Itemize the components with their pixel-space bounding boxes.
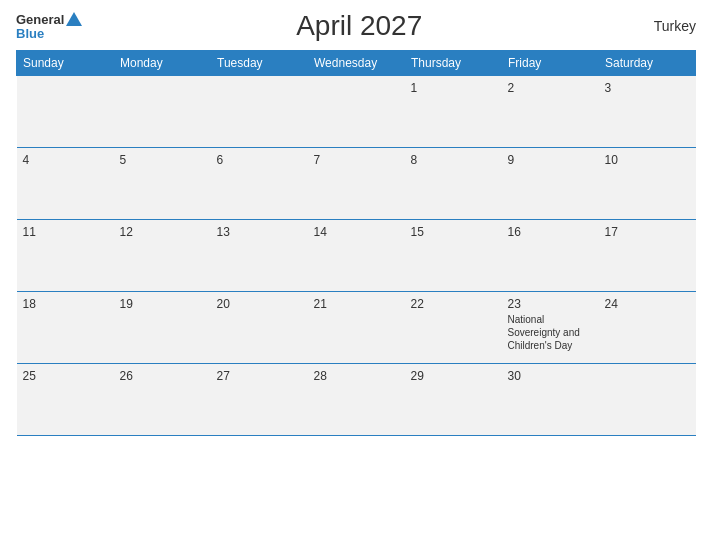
calendar-cell: 4	[17, 148, 114, 220]
calendar-cell: 17	[599, 220, 696, 292]
calendar-cell: 15	[405, 220, 502, 292]
calendar-cell: 26	[114, 364, 211, 436]
logo-blue-text: Blue	[16, 27, 82, 40]
day-number: 22	[411, 297, 496, 311]
day-number: 9	[508, 153, 593, 167]
calendar-title: April 2027	[82, 10, 636, 42]
calendar-cell: 7	[308, 148, 405, 220]
day-number: 13	[217, 225, 302, 239]
calendar-cell: 8	[405, 148, 502, 220]
calendar-week-row: 252627282930	[17, 364, 696, 436]
calendar-cell: 30	[502, 364, 599, 436]
calendar-cell: 27	[211, 364, 308, 436]
day-number: 2	[508, 81, 593, 95]
header-friday: Friday	[502, 51, 599, 76]
logo-general-text: General	[16, 13, 64, 26]
calendar-week-row: 181920212223National Sovereignty and Chi…	[17, 292, 696, 364]
calendar-cell: 10	[599, 148, 696, 220]
calendar-cell: 25	[17, 364, 114, 436]
calendar-table: Sunday Monday Tuesday Wednesday Thursday…	[16, 50, 696, 436]
day-number: 19	[120, 297, 205, 311]
calendar-cell: 9	[502, 148, 599, 220]
day-number: 4	[23, 153, 108, 167]
day-number: 21	[314, 297, 399, 311]
day-number: 16	[508, 225, 593, 239]
day-number: 20	[217, 297, 302, 311]
calendar-cell: 1	[405, 76, 502, 148]
calendar-cell	[599, 364, 696, 436]
calendar-cell	[308, 76, 405, 148]
calendar-week-row: 123	[17, 76, 696, 148]
calendar-cell: 3	[599, 76, 696, 148]
calendar-cell: 12	[114, 220, 211, 292]
day-number: 3	[605, 81, 690, 95]
calendar-cell	[211, 76, 308, 148]
calendar-cell: 5	[114, 148, 211, 220]
header: General Blue April 2027 Turkey	[16, 10, 696, 42]
calendar-cell: 19	[114, 292, 211, 364]
day-number: 1	[411, 81, 496, 95]
calendar-cell: 6	[211, 148, 308, 220]
day-number: 28	[314, 369, 399, 383]
calendar-cell	[114, 76, 211, 148]
country-label: Turkey	[636, 18, 696, 34]
calendar-cell: 28	[308, 364, 405, 436]
day-number: 17	[605, 225, 690, 239]
header-saturday: Saturday	[599, 51, 696, 76]
day-number: 6	[217, 153, 302, 167]
day-number: 18	[23, 297, 108, 311]
logo-triangle-icon	[66, 12, 82, 26]
day-number: 14	[314, 225, 399, 239]
calendar-cell: 29	[405, 364, 502, 436]
calendar-cell: 11	[17, 220, 114, 292]
day-number: 29	[411, 369, 496, 383]
day-number: 26	[120, 369, 205, 383]
day-number: 24	[605, 297, 690, 311]
calendar-cell: 21	[308, 292, 405, 364]
calendar-week-row: 45678910	[17, 148, 696, 220]
calendar-cell: 16	[502, 220, 599, 292]
calendar-cell: 18	[17, 292, 114, 364]
day-number: 7	[314, 153, 399, 167]
day-number: 11	[23, 225, 108, 239]
event-text: National Sovereignty and Children's Day	[508, 313, 593, 352]
calendar-cell: 20	[211, 292, 308, 364]
day-number: 27	[217, 369, 302, 383]
calendar-cell: 23National Sovereignty and Children's Da…	[502, 292, 599, 364]
day-number: 10	[605, 153, 690, 167]
day-number: 25	[23, 369, 108, 383]
calendar-week-row: 11121314151617	[17, 220, 696, 292]
header-wednesday: Wednesday	[308, 51, 405, 76]
calendar-cell: 22	[405, 292, 502, 364]
calendar-cell: 14	[308, 220, 405, 292]
day-number: 8	[411, 153, 496, 167]
day-number: 5	[120, 153, 205, 167]
logo: General Blue	[16, 12, 82, 40]
header-tuesday: Tuesday	[211, 51, 308, 76]
day-number: 30	[508, 369, 593, 383]
header-sunday: Sunday	[17, 51, 114, 76]
day-number: 23	[508, 297, 593, 311]
day-number: 12	[120, 225, 205, 239]
calendar-cell: 2	[502, 76, 599, 148]
header-monday: Monday	[114, 51, 211, 76]
weekday-header-row: Sunday Monday Tuesday Wednesday Thursday…	[17, 51, 696, 76]
calendar-cell	[17, 76, 114, 148]
day-number: 15	[411, 225, 496, 239]
calendar-page: General Blue April 2027 Turkey Sunday Mo…	[0, 0, 712, 550]
header-thursday: Thursday	[405, 51, 502, 76]
calendar-cell: 13	[211, 220, 308, 292]
calendar-cell: 24	[599, 292, 696, 364]
